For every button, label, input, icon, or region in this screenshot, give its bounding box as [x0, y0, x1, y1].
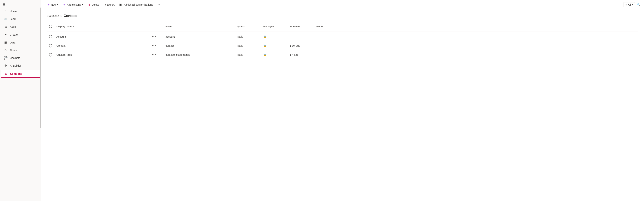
content-area: Solutions > Contoso Display name ∨ Name — [42, 10, 644, 201]
new-chevron-icon: ▾ — [57, 4, 58, 6]
row-more-icon[interactable]: ••• — [150, 34, 158, 39]
row-display-name[interactable]: Custom Table — [55, 51, 149, 58]
breadcrumb: Solutions > Contoso — [48, 14, 638, 18]
row-radio[interactable] — [49, 44, 52, 47]
row-radio[interactable] — [49, 35, 52, 38]
row-dots-menu[interactable]: ••• — [149, 42, 164, 49]
add-existing-button[interactable]: ＋ Add existing ▾ — [61, 2, 85, 8]
delete-icon: 🗑 — [88, 3, 90, 6]
row-owner: - — [314, 33, 337, 40]
sidebar-item-flows[interactable]: ⟳ Flows — [1, 47, 40, 54]
sort-icon: ∨ — [73, 25, 74, 28]
row-owner: - — [314, 51, 337, 58]
row-managed: 🔒 — [262, 33, 288, 40]
sidebar-item-learn[interactable]: 📖 Learn — [1, 15, 40, 23]
sidebar: ☰ ⌂ Home 📖 Learn ⊞ Apps ＋ Create ▦ Data … — [0, 0, 42, 201]
filter-chevron-icon: ▾ — [632, 4, 633, 6]
breadcrumb-parent[interactable]: Solutions — [48, 14, 59, 18]
sidebar-item-apps[interactable]: ⊞ Apps — [1, 23, 40, 30]
more-button[interactable]: ••• — [156, 2, 162, 7]
row-managed: 🔒 — [262, 42, 288, 49]
table-row: Custom Table ••• contoso_customtable Tab… — [48, 50, 638, 59]
breadcrumb-current: Contoso — [64, 14, 77, 18]
filter-dropdown[interactable]: ≡ All ▾ — [623, 2, 635, 7]
row-modified: - — [288, 33, 314, 40]
sidebar-item-create[interactable]: ＋ Create — [1, 31, 40, 38]
row-more-icon[interactable]: ••• — [150, 43, 158, 48]
more-icon: ••• — [158, 3, 160, 6]
row-display-name[interactable]: Account — [55, 33, 149, 40]
row-type: Table — [236, 42, 262, 49]
filter-lines-icon: ≡ — [626, 3, 627, 6]
sidebar-item-solutions[interactable]: ⊡ Solutions — [1, 70, 40, 78]
solutions-icon: ⊡ — [4, 72, 8, 76]
add-existing-chevron-icon: ▾ — [82, 4, 83, 6]
sidebar-scrollbar[interactable] — [40, 8, 41, 128]
sidebar-item-label: Home — [10, 10, 17, 13]
modified-header-label: Modified — [290, 25, 300, 28]
add-existing-label: Add existing — [67, 3, 81, 6]
row-dots-menu[interactable]: ••• — [149, 33, 164, 40]
column-select — [48, 23, 55, 30]
type-header-label: Type — [237, 25, 242, 28]
export-icon: ↦ — [104, 3, 106, 7]
breadcrumb-separator: > — [60, 14, 62, 18]
sidebar-item-data[interactable]: ▦ Data › — [1, 39, 40, 46]
table-row: Account ••• account Table 🔒 - - — [48, 32, 638, 41]
sidebar-item-label: Apps — [10, 25, 16, 28]
column-name: Name — [164, 23, 236, 30]
row-select-cell — [48, 42, 55, 49]
row-modified: 1 h ago — [288, 51, 314, 58]
publish-button[interactable]: ▣ Publish all customizations — [117, 2, 155, 8]
flows-icon: ⟳ — [4, 48, 8, 52]
filter-label: All — [628, 3, 631, 6]
chevron-down-icon: › — [37, 57, 38, 59]
add-existing-plus-icon: ＋ — [63, 3, 66, 7]
row-more-icon[interactable]: ••• — [150, 52, 158, 57]
lock-icon: 🔒 — [263, 44, 266, 47]
row-managed: 🔒 — [262, 51, 288, 58]
sidebar-item-chatbots[interactable]: 💬 Chatbots › — [1, 54, 40, 62]
sidebar-item-home[interactable]: ⌂ Home — [1, 8, 40, 15]
export-button[interactable]: ↦ Export — [102, 2, 116, 8]
sidebar-menu-icon[interactable]: ☰ — [0, 0, 41, 8]
toolbar: ＋ New ▾ ＋ Add existing ▾ 🗑 Delete ↦ Expo… — [42, 0, 644, 10]
select-all-radio[interactable] — [49, 25, 52, 28]
column-owner: Owner — [314, 23, 337, 30]
new-button[interactable]: ＋ New ▾ — [45, 2, 60, 8]
row-dots-menu[interactable]: ••• — [149, 51, 164, 58]
row-modified: 1 wk ago — [288, 42, 314, 49]
toolbar-right: ≡ All ▾ 🔍 — [623, 2, 640, 7]
hamburger-icon: ☰ — [3, 3, 6, 6]
column-type[interactable]: Type ∨ — [236, 23, 262, 30]
sidebar-item-ai-builder[interactable]: ⚙ AI Builder › — [1, 62, 40, 69]
row-radio[interactable] — [49, 53, 52, 57]
delete-label: Delete — [92, 3, 99, 6]
row-name: contoso_customtable — [164, 51, 236, 58]
display-name-header-label: Display name — [56, 25, 72, 28]
sidebar-item-label: Flows — [10, 49, 17, 52]
sidebar-item-label: Data — [10, 41, 16, 44]
row-select-cell — [48, 51, 55, 58]
sidebar-item-label: Chatbots — [10, 57, 20, 60]
create-icon: ＋ — [4, 33, 8, 37]
row-name: account — [164, 33, 236, 40]
column-actions — [149, 23, 164, 30]
lock-icon: 🔒 — [263, 53, 266, 56]
ai-builder-icon: ⚙ — [4, 64, 8, 67]
new-button-label: New — [51, 3, 56, 6]
search-icon[interactable]: 🔍 — [636, 3, 640, 7]
column-display-name[interactable]: Display name ∨ — [55, 23, 149, 30]
chevron-down-icon: › — [37, 41, 38, 44]
row-name: contact — [164, 42, 236, 49]
home-icon: ⌂ — [4, 10, 8, 13]
managed-header-label: Managed... — [263, 25, 276, 28]
type-sort-icon: ∨ — [243, 25, 245, 28]
publish-icon: ▣ — [119, 3, 122, 7]
row-owner: - — [314, 42, 337, 49]
row-display-name[interactable]: Contact — [55, 42, 149, 49]
apps-icon: ⊞ — [4, 25, 8, 29]
delete-button[interactable]: 🗑 Delete — [86, 2, 101, 7]
chatbots-icon: 💬 — [4, 56, 8, 60]
main-panel: ＋ New ▾ ＋ Add existing ▾ 🗑 Delete ↦ Expo… — [42, 0, 644, 201]
